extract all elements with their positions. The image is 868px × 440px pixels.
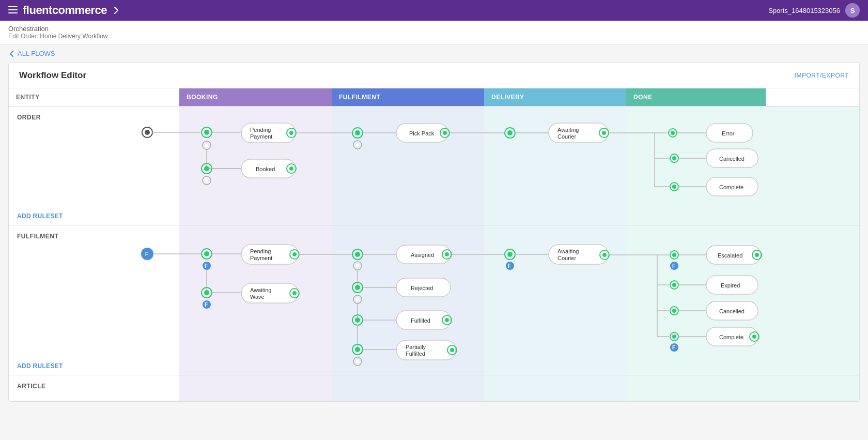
- svg-point-79: [204, 290, 209, 295]
- nav-right: Sports_1648015323056 S: [768, 3, 860, 18]
- svg-point-56: [204, 166, 209, 171]
- svg-point-122: [450, 348, 454, 352]
- svg-text:Complete: Complete: [719, 334, 743, 340]
- svg-text:Courier: Courier: [557, 255, 576, 261]
- svg-text:Assigned: Assigned: [411, 252, 434, 258]
- svg-text:Awaiting: Awaiting: [557, 127, 579, 133]
- svg-point-28: [507, 130, 513, 135]
- breadcrumb: Orchestration Edit Order: Home Delivery …: [0, 21, 868, 44]
- svg-text:Booked: Booked: [256, 166, 275, 172]
- article-section: ARTICLE: [9, 375, 859, 401]
- fulfilment-add-ruleset[interactable]: ADD RULESET: [17, 362, 63, 370]
- svg-text:Pending: Pending: [250, 127, 271, 133]
- svg-text:Wave: Wave: [250, 294, 265, 300]
- svg-text:Pick Pack: Pick Pack: [409, 130, 435, 136]
- svg-point-18: [355, 130, 360, 135]
- svg-point-63: [205, 179, 208, 182]
- fulfilment-section-label: FULFILMENT: [17, 233, 58, 240]
- svg-text:F: F: [508, 263, 511, 269]
- svg-point-95: [445, 252, 449, 256]
- app-logo: fluentcommerce: [23, 4, 118, 17]
- col-fulfilment: FULFILMENT: [332, 88, 484, 106]
- svg-text:Payment: Payment: [250, 133, 272, 140]
- svg-text:Cancelled: Cancelled: [719, 308, 745, 314]
- order-section: ORDER ADD RULESET Pending Payment: [9, 107, 859, 225]
- svg-point-145: [755, 253, 759, 257]
- svg-point-74: [292, 252, 297, 256]
- svg-text:F: F: [145, 251, 148, 257]
- back-link-bar: ALL FLOWS: [0, 44, 868, 63]
- workflow-editor: Workflow Editor IMPORT/EXPORT Entity BOO…: [8, 63, 860, 402]
- svg-rect-1: [8, 9, 18, 10]
- avatar[interactable]: S: [845, 3, 860, 18]
- svg-text:Cancelled: Cancelled: [719, 156, 745, 162]
- import-export-button[interactable]: IMPORT/EXPORT: [795, 72, 849, 79]
- back-link[interactable]: ALL FLOWS: [8, 50, 55, 57]
- svg-point-4: [145, 130, 150, 135]
- svg-text:Rejected: Rejected: [411, 285, 433, 291]
- svg-point-39: [671, 131, 675, 135]
- svg-text:Payment: Payment: [250, 255, 272, 261]
- breadcrumb-main: Orchestration: [8, 25, 860, 33]
- svg-text:Complete: Complete: [719, 184, 743, 190]
- svg-point-85: [292, 291, 297, 295]
- svg-rect-118: [396, 340, 456, 360]
- fulfilment-section: FULFILMENT ADD RULESET F Pending Payment…: [9, 225, 859, 375]
- svg-point-140: [672, 253, 676, 257]
- order-workflow-svg: Pending Payment Pick Pack: [9, 107, 773, 215]
- svg-point-90: [355, 252, 360, 257]
- col-delivery: DELIVERY: [484, 88, 626, 106]
- svg-rect-9: [241, 123, 296, 143]
- fulfilment-workflow-svg: F Pending Payment F Awaiting Wave: [9, 225, 773, 368]
- svg-text:F: F: [672, 263, 675, 269]
- svg-point-124: [356, 360, 359, 363]
- editor-header: Workflow Editor IMPORT/EXPORT: [9, 63, 859, 88]
- hamburger-icon[interactable]: [8, 5, 18, 16]
- svg-text:Awaiting: Awaiting: [557, 248, 579, 254]
- svg-point-45: [672, 156, 676, 160]
- column-headers: Entity BOOKING FULFILMENT DELIVERY DONE: [9, 88, 859, 107]
- svg-point-113: [445, 318, 449, 322]
- svg-point-100: [355, 285, 360, 290]
- svg-point-7: [204, 130, 209, 135]
- svg-point-61: [289, 166, 293, 171]
- svg-point-116: [355, 347, 360, 352]
- svg-rect-129: [549, 245, 608, 264]
- svg-point-25: [356, 143, 359, 146]
- svg-rect-0: [8, 6, 18, 7]
- svg-point-133: [602, 253, 607, 257]
- svg-point-127: [507, 252, 513, 257]
- breadcrumb-sub: Edit Order: Home Delivery Workflow: [8, 33, 860, 40]
- col-entity: Entity: [9, 88, 179, 106]
- svg-text:F: F: [205, 263, 208, 269]
- svg-point-108: [355, 317, 360, 323]
- back-link-text: ALL FLOWS: [18, 50, 55, 57]
- svg-point-150: [672, 283, 676, 287]
- col-done: DONE: [626, 88, 766, 106]
- svg-text:F: F: [672, 345, 675, 351]
- svg-point-34: [602, 131, 606, 135]
- svg-point-51: [672, 185, 676, 189]
- svg-text:Escalated: Escalated: [718, 252, 742, 259]
- svg-text:Error: Error: [722, 130, 735, 136]
- svg-text:Fulfilled: Fulfilled: [406, 351, 425, 357]
- svg-text:Expired: Expired: [721, 282, 740, 289]
- order-add-ruleset[interactable]: ADD RULESET: [17, 213, 63, 220]
- editor-title: Workflow Editor: [19, 70, 86, 81]
- top-navigation: fluentcommerce Sports_1648015323056 S: [0, 0, 868, 21]
- svg-point-105: [356, 298, 359, 301]
- svg-point-162: [672, 335, 676, 339]
- svg-text:Pending: Pending: [250, 248, 271, 254]
- svg-text:Courier: Courier: [557, 133, 576, 140]
- username-label: Sports_1648015323056: [768, 7, 840, 14]
- svg-text:Awaiting: Awaiting: [250, 287, 271, 293]
- svg-point-97: [356, 264, 359, 267]
- svg-point-156: [672, 309, 676, 313]
- svg-text:Partially: Partially: [406, 344, 426, 350]
- svg-point-15: [205, 144, 208, 147]
- svg-text:Fulfilled: Fulfilled: [411, 317, 430, 324]
- logo-text: fluentcommerce: [23, 4, 107, 17]
- order-section-label: ORDER: [17, 114, 41, 121]
- svg-rect-2: [8, 12, 18, 13]
- svg-point-23: [443, 131, 447, 135]
